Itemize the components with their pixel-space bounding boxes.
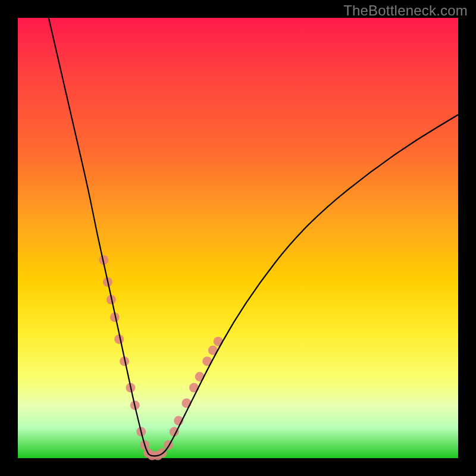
- bottleneck-curve: [49, 18, 458, 456]
- watermark-text: TheBottleneck.com: [343, 2, 468, 19]
- plot-area: [18, 18, 458, 458]
- marker-dots-group: [99, 255, 223, 461]
- chart-frame: TheBottleneck.com: [0, 0, 476, 476]
- marker-dot: [181, 399, 191, 408]
- marker-dot: [214, 337, 223, 346]
- curve-svg: [18, 18, 458, 458]
- marker-dot: [195, 372, 205, 381]
